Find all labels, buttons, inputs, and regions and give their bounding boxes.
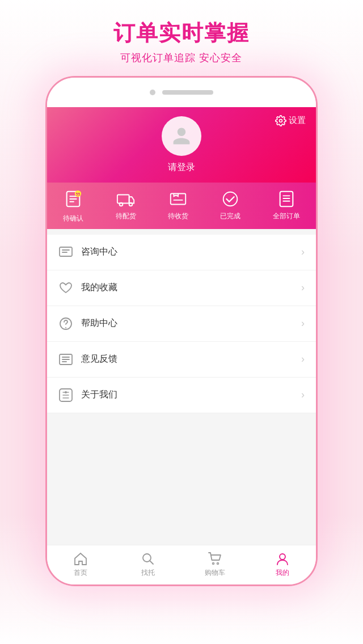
svg-rect-10 xyxy=(60,247,72,256)
page-subtitle: 可视化订单追踪 安心安全 xyxy=(0,51,363,65)
svg-point-12 xyxy=(65,327,66,328)
nav-find-label: 找托 xyxy=(141,568,155,578)
svg-point-19 xyxy=(280,554,285,560)
feedback-chevron: › xyxy=(301,353,305,365)
order-status-pending-ship[interactable]: 待配货 xyxy=(116,189,136,223)
settings-label: 设置 xyxy=(289,115,306,126)
phone-shell: 设置 请登录 xyxy=(45,76,318,586)
nav-item-cart[interactable]: 购物车 xyxy=(182,552,249,578)
nav-item-find[interactable]: 找托 xyxy=(115,552,182,578)
help-icon xyxy=(58,316,73,331)
nav-cart-label: 购物车 xyxy=(205,568,225,578)
settings-button[interactable]: 设置 xyxy=(275,115,306,126)
order-status-pending-confirm[interactable]: 55 待确认 xyxy=(63,189,83,223)
favorites-label: 我的收藏 xyxy=(81,282,301,294)
notch-bar xyxy=(162,90,213,95)
consult-icon xyxy=(58,245,73,260)
favorites-icon xyxy=(58,281,73,295)
svg-point-15 xyxy=(65,391,67,393)
search-icon xyxy=(141,552,155,566)
svg-rect-4 xyxy=(117,194,129,203)
order-status-label-4: 全部订单 xyxy=(273,211,300,221)
completed-icon xyxy=(221,189,240,209)
about-label: 关于我们 xyxy=(81,389,301,401)
all-orders-icon xyxy=(277,189,296,209)
menu-item-consult[interactable]: 咨询中心 › xyxy=(47,235,316,270)
consult-chevron: › xyxy=(301,246,305,258)
phone-screen: 设置 请登录 xyxy=(47,107,316,545)
nav-item-mine[interactable]: 我的 xyxy=(249,552,316,578)
person-icon xyxy=(171,126,192,146)
about-chevron: › xyxy=(301,389,305,401)
nav-item-home[interactable]: 首页 xyxy=(47,552,115,578)
about-icon xyxy=(58,388,73,402)
favorites-chevron: › xyxy=(301,282,305,294)
page-title: 订单实时掌握 xyxy=(0,20,363,46)
bottom-nav: 首页 找托 购物车 xyxy=(47,545,316,584)
pending-ship-icon xyxy=(116,189,136,209)
order-status-pending-receive[interactable]: 待收货 xyxy=(168,189,188,223)
order-status-bar: 55 待确认 待配货 xyxy=(47,183,316,229)
consult-label: 咨询中心 xyxy=(81,246,301,258)
svg-point-8 xyxy=(223,192,238,206)
svg-point-5 xyxy=(119,202,123,206)
feedback-icon xyxy=(58,352,73,367)
svg-text:55: 55 xyxy=(76,192,81,196)
cart-icon xyxy=(208,552,222,566)
login-prompt[interactable]: 请登录 xyxy=(168,162,195,173)
page-header: 订单实时掌握 可视化订单追踪 安心安全 xyxy=(0,0,363,76)
order-status-completed[interactable]: 已完成 xyxy=(220,189,240,223)
svg-point-18 xyxy=(217,563,219,565)
help-chevron: › xyxy=(301,317,305,329)
feedback-label: 意见反馈 xyxy=(81,353,301,365)
mine-icon xyxy=(275,552,290,566)
avatar[interactable] xyxy=(162,116,201,156)
svg-point-17 xyxy=(213,563,214,565)
phone-notch xyxy=(47,78,316,107)
order-status-all[interactable]: 全部订单 xyxy=(273,189,300,223)
menu-list: 咨询中心 › 我的收藏 › 帮助中心 xyxy=(47,235,316,413)
order-status-label-3: 已完成 xyxy=(220,211,240,221)
phone-wrap: 设置 请登录 xyxy=(45,76,318,586)
svg-point-0 xyxy=(280,119,282,122)
nav-home-label: 首页 xyxy=(74,568,87,578)
order-status-label-0: 待确认 xyxy=(63,214,83,223)
profile-header: 设置 请登录 xyxy=(47,107,316,183)
menu-item-about[interactable]: 关于我们 › xyxy=(47,378,316,413)
order-status-label-2: 待收货 xyxy=(168,211,188,221)
home-icon xyxy=(73,552,88,566)
nav-mine-label: 我的 xyxy=(276,568,289,578)
help-label: 帮助中心 xyxy=(81,317,301,329)
avatar-wrap: 请登录 xyxy=(58,116,305,183)
menu-item-feedback[interactable]: 意见反馈 › xyxy=(47,342,316,378)
pending-confirm-icon: 55 xyxy=(64,189,83,209)
svg-point-6 xyxy=(129,202,132,206)
menu-item-favorites[interactable]: 我的收藏 › xyxy=(47,270,316,306)
pending-receive-icon xyxy=(168,189,188,209)
gear-icon xyxy=(275,115,286,126)
menu-item-help[interactable]: 帮助中心 › xyxy=(47,306,316,342)
order-status-label-1: 待配货 xyxy=(116,211,136,221)
